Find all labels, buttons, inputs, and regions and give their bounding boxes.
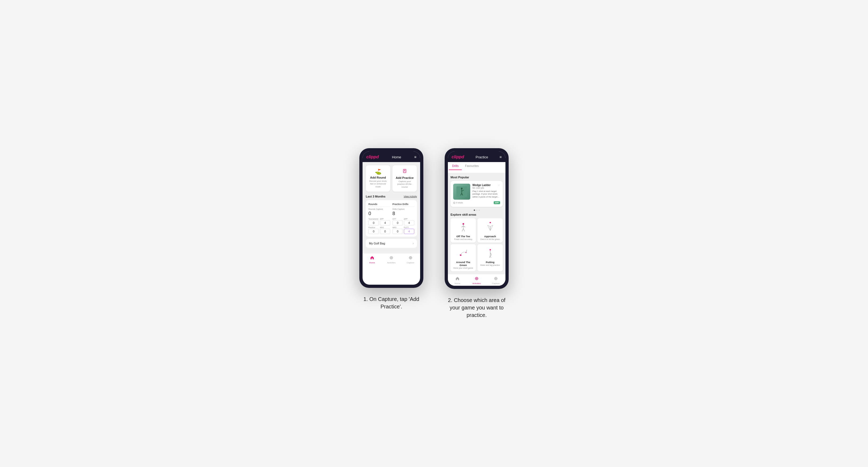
activities-nav-icon-2 [474, 276, 479, 282]
skill-approach[interactable]: Approach Dial-in to hit the green [477, 218, 503, 243]
skill-putting-name: Putting [479, 261, 501, 263]
rounds-col: Rounds Rounds Capture 0 Tournament 0 [368, 203, 390, 234]
view-activity-link[interactable]: View Activity [404, 195, 417, 198]
featured-image [453, 184, 470, 200]
page-container: clippd Home ≡ ⛳ Add Round Record your sh… [359, 148, 509, 319]
nav-activities-2[interactable]: Activities [467, 276, 486, 285]
svg-line-19 [462, 229, 463, 231]
tournament-label: Tournament [368, 218, 379, 220]
putt-label: PUTT [404, 226, 414, 228]
phone1-title: Home [392, 155, 401, 159]
star-icon[interactable]: ☆ [498, 184, 500, 187]
svg-point-15 [463, 223, 464, 225]
rounds-app-value: 4 [380, 220, 390, 225]
add-round-card[interactable]: ⛳ Add Round Record your shots fast or en… [366, 165, 390, 192]
shots-count: 9 shots [456, 201, 463, 204]
action-cards: ⛳ Add Round Record your shots fast or en… [366, 165, 417, 192]
drills-arg-item: ARG 0 [393, 226, 403, 234]
skill-around-green[interactable]: Around The Green Hone your short game [451, 244, 476, 271]
app-logo-2: clippd [452, 155, 464, 159]
skill-putting-desc: Make and lag practice [479, 264, 501, 266]
phone2-title: Practice [475, 155, 488, 159]
nav-home-label-2: Home [455, 282, 460, 285]
drills-capture-value: 8 [393, 211, 414, 216]
skill-putting[interactable]: Putting Make and lag practice [477, 244, 503, 271]
tournament-item: Tournament 0 [368, 218, 379, 225]
chevron-icon: › [413, 242, 414, 245]
putting-icon [479, 246, 501, 260]
svg-line-27 [490, 256, 490, 258]
drills-arg-value: 0 [393, 229, 403, 234]
add-round-title: Add Round [368, 176, 388, 179]
nav-home-2[interactable]: Home [448, 276, 467, 285]
drills-sub-grid: OTT 0 APP 4 ARG 0 [393, 218, 414, 234]
drills-app-value: 4 [404, 220, 414, 225]
home-content: ⛳ Add Round Record your shots fast or en… [363, 162, 420, 253]
add-practice-desc: Capture your practice off-the-course [395, 180, 415, 188]
nav-activities-label-2: Activities [472, 282, 481, 285]
stats-row: Rounds Rounds Capture 0 Tournament 0 [368, 203, 414, 234]
phone1-screen: clippd Home ≡ ⛳ Add Round Record your sh… [363, 151, 420, 285]
dots-row [451, 210, 503, 211]
skill-off-the-tee[interactable]: Off The Tee Power and accuracy [451, 218, 476, 243]
svg-line-28 [490, 256, 491, 258]
arg-label: ARG [380, 226, 390, 228]
rounds-capture-value: 0 [368, 211, 390, 216]
rounds-app-label: APP [380, 218, 390, 220]
most-popular-title: Most Popular [451, 176, 503, 179]
svg-point-25 [490, 249, 491, 250]
tab-favourites[interactable]: Favourites [462, 162, 482, 170]
phone1-frame: clippd Home ≡ ⛳ Add Round Record your sh… [359, 148, 423, 288]
rounds-app-item: APP 4 [380, 218, 390, 225]
skill-grid: Off The Tee Power and accuracy [451, 218, 503, 271]
my-bag-row[interactable]: My Golf Bag › [366, 239, 417, 248]
nav-capture-2[interactable]: Capture [486, 276, 505, 285]
tabs-row: Drills Favourites [448, 162, 505, 170]
practice-item: Practice 0 [368, 226, 379, 234]
my-bag-label: My Golf Bag [369, 242, 385, 245]
featured-card[interactable]: Wedge Ladder ☆ 50–100 yds Play 1 shot at… [451, 181, 503, 207]
capture-nav-icon-2 [494, 276, 498, 282]
home-nav-icon-1 [370, 256, 374, 261]
nav-capture-label-1: Capture [407, 261, 414, 264]
skill-ott-desc: Power and accuracy [453, 238, 474, 241]
svg-point-14 [454, 202, 455, 204]
svg-point-1 [404, 170, 405, 171]
ott-label: OTT [393, 218, 403, 220]
menu-icon-1[interactable]: ≡ [414, 155, 416, 159]
nav-capture-1[interactable]: Capture [401, 256, 420, 264]
svg-point-3 [390, 256, 393, 259]
off-the-tee-icon [453, 220, 474, 234]
nav-home-label-1: Home [369, 261, 375, 264]
svg-point-9 [461, 188, 463, 189]
putt-item: PUTT 4 [404, 226, 414, 234]
nav-home-1[interactable]: Home [363, 256, 382, 264]
phone1-section: clippd Home ≡ ⛳ Add Round Record your sh… [359, 148, 423, 310]
ott-item: OTT 0 [393, 218, 403, 225]
rounds-title: Rounds [368, 203, 390, 207]
ott-value: 0 [393, 220, 403, 225]
add-practice-card[interactable]: Add Practice Capture your practice off-t… [393, 165, 417, 192]
phone1-bottom-nav: Home Activities [363, 253, 420, 265]
capture-nav-icon-1 [408, 256, 413, 261]
stats-container: Rounds Rounds Capture 0 Tournament 0 [366, 200, 417, 237]
tab-drills[interactable]: Drills [449, 162, 462, 170]
skill-atg-name: Around The Green [453, 261, 474, 267]
nav-activities-1[interactable]: Activities [382, 256, 401, 264]
dot-3 [478, 210, 480, 211]
svg-point-30 [476, 278, 477, 279]
featured-footer: 9 shots APP [453, 201, 500, 204]
dot-2 [476, 210, 477, 211]
practice-content: Most Popular [448, 173, 505, 274]
svg-point-4 [391, 257, 392, 258]
tabs-container: Drills Favourites [448, 162, 505, 173]
svg-line-17 [461, 226, 463, 227]
putt-value: 4 [404, 229, 414, 234]
practice-col: Practice Drills Drills Capture 8 OTT 0 [393, 203, 414, 234]
phone2-bottom-nav: Home Activities [448, 274, 505, 286]
explore-title: Explore skill areas [451, 213, 503, 216]
drills-app-label: APP [404, 218, 414, 220]
menu-icon-2[interactable]: ≡ [500, 155, 502, 159]
arg-value: 0 [380, 229, 390, 234]
featured-subtitle: 50–100 yds [472, 187, 500, 189]
